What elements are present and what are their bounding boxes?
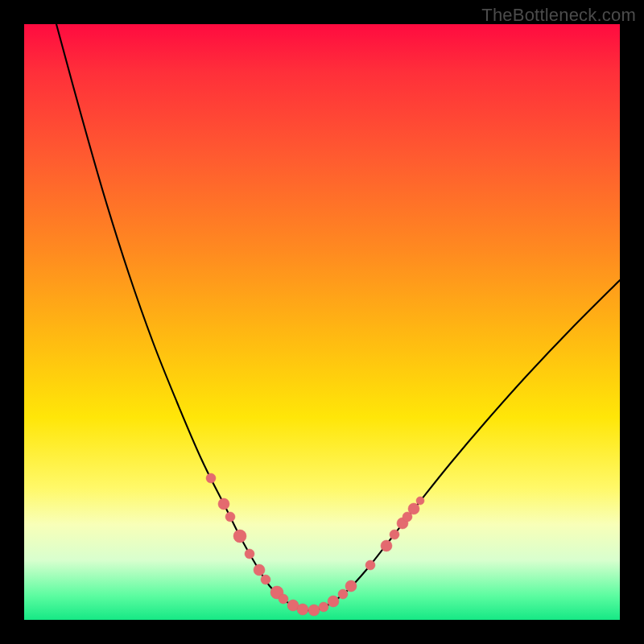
bottleneck-curve [56, 24, 620, 610]
curve-marker [308, 605, 320, 616]
curve-marker [254, 564, 265, 576]
watermark-text: TheBottleneck.com [481, 5, 636, 26]
curve-marker [319, 602, 328, 612]
curve-marker [408, 503, 419, 514]
curve-marker [297, 604, 308, 615]
curve-marker [245, 549, 254, 559]
curve-layer [24, 24, 620, 620]
curve-marker [338, 589, 348, 599]
curve-marker [390, 530, 399, 539]
curve-marker [279, 594, 288, 604]
markers-group [206, 473, 424, 616]
curve-marker [345, 580, 357, 592]
curve-marker [365, 560, 375, 570]
curve-marker [416, 497, 424, 505]
plot-area [24, 24, 620, 620]
curve-marker [206, 473, 216, 483]
curve-marker [218, 498, 229, 510]
chart-frame: TheBottleneck.com [0, 0, 644, 644]
curve-marker [328, 596, 339, 607]
curve-marker [261, 575, 270, 584]
curve-marker [233, 530, 246, 543]
curve-marker [225, 512, 235, 522]
curve-marker [381, 540, 392, 551]
